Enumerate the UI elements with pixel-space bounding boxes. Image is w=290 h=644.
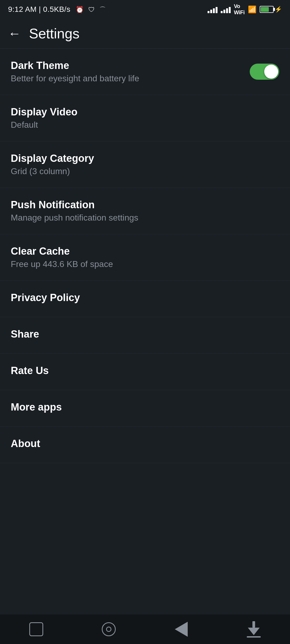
dark-theme-title: Dark Theme: [11, 60, 250, 71]
display-video-content: Display Video Default: [11, 106, 279, 130]
settings-item-dark-theme[interactable]: Dark Theme Better for eyesight and batte…: [0, 49, 290, 95]
about-content: About: [11, 438, 279, 452]
settings-list: Dark Theme Better for eyesight and batte…: [0, 49, 290, 463]
share-title: Share: [11, 328, 279, 340]
back-nav-button[interactable]: [171, 619, 192, 640]
signal-strength-2: [221, 6, 231, 13]
home-button[interactable]: [98, 619, 119, 640]
status-time-speed: 9:12 AM | 0.5KB/s ⏰ 🛡 ⌒: [8, 5, 106, 14]
recent-apps-icon: [29, 622, 43, 636]
status-time: 9:12 AM: [8, 5, 37, 13]
more-apps-title: More apps: [11, 401, 279, 413]
display-category-content: Display Category Grid (3 column): [11, 153, 279, 176]
settings-item-push-notification[interactable]: Push Notification Manage push notificati…: [0, 188, 290, 234]
home-icon-inner: [106, 627, 111, 632]
rate-us-content: Rate Us: [11, 365, 279, 379]
push-notification-title: Push Notification: [11, 199, 279, 211]
alarm-icon: ⏰: [76, 6, 84, 13]
privacy-policy-content: Privacy Policy: [11, 292, 279, 306]
wifi-icon: 📶: [248, 5, 256, 14]
battery-percent: ⚡: [275, 6, 282, 13]
battery-fill: [261, 7, 269, 12]
settings-item-display-category[interactable]: Display Category Grid (3 column): [0, 141, 290, 188]
push-notification-subtitle: Manage push notification settings: [11, 213, 279, 223]
dark-theme-toggle[interactable]: [250, 64, 279, 80]
settings-item-privacy-policy[interactable]: Privacy Policy: [0, 281, 290, 317]
privacy-policy-title: Privacy Policy: [11, 292, 279, 303]
battery-body: [260, 6, 274, 13]
display-video-title: Display Video: [11, 106, 279, 118]
more-button[interactable]: [243, 619, 264, 640]
share-content: Share: [11, 328, 279, 342]
settings-item-display-video[interactable]: Display Video Default: [0, 95, 290, 141]
vowifi-icon: VoWiFi: [234, 3, 245, 16]
recent-apps-button[interactable]: [26, 619, 47, 640]
back-nav-icon: [175, 622, 188, 637]
status-separator: |: [39, 5, 43, 13]
shield-icon: 🛡: [88, 6, 95, 13]
rate-us-title: Rate Us: [11, 365, 279, 376]
download-icon: [247, 621, 261, 638]
clear-cache-title: Clear Cache: [11, 246, 279, 257]
clear-cache-subtitle: Free up 443.6 KB of space: [11, 259, 279, 269]
status-bar: 9:12 AM | 0.5KB/s ⏰ 🛡 ⌒ VoWiFi 📶: [0, 0, 290, 19]
settings-item-more-apps[interactable]: More apps: [0, 390, 290, 427]
display-category-subtitle: Grid (3 column): [11, 166, 279, 176]
status-speed: 0.5KB/s: [43, 5, 71, 13]
home-icon: [102, 622, 116, 636]
back-button[interactable]: ←: [8, 27, 21, 40]
battery-indicator: ⚡: [260, 6, 282, 13]
sim-icon: ⌒: [99, 6, 106, 13]
bottom-navigation: [0, 614, 290, 644]
settings-item-rate-us[interactable]: Rate Us: [0, 354, 290, 390]
settings-item-about[interactable]: About: [0, 427, 290, 463]
clear-cache-content: Clear Cache Free up 443.6 KB of space: [11, 246, 279, 269]
header: ← Settings: [0, 19, 290, 48]
push-notification-content: Push Notification Manage push notificati…: [11, 199, 279, 223]
dark-theme-content: Dark Theme Better for eyesight and batte…: [11, 60, 250, 83]
more-apps-content: More apps: [11, 401, 279, 415]
signal-strength-1: [208, 6, 218, 13]
status-indicators: VoWiFi 📶 ⚡: [208, 3, 282, 16]
page-title: Settings: [29, 25, 79, 42]
display-category-title: Display Category: [11, 153, 279, 164]
settings-item-share[interactable]: Share: [0, 317, 290, 354]
settings-item-clear-cache[interactable]: Clear Cache Free up 443.6 KB of space: [0, 234, 290, 281]
toggle-knob: [264, 65, 278, 79]
about-title: About: [11, 438, 279, 449]
display-video-subtitle: Default: [11, 120, 279, 130]
dark-theme-subtitle: Better for eyesight and battery life: [11, 74, 250, 83]
